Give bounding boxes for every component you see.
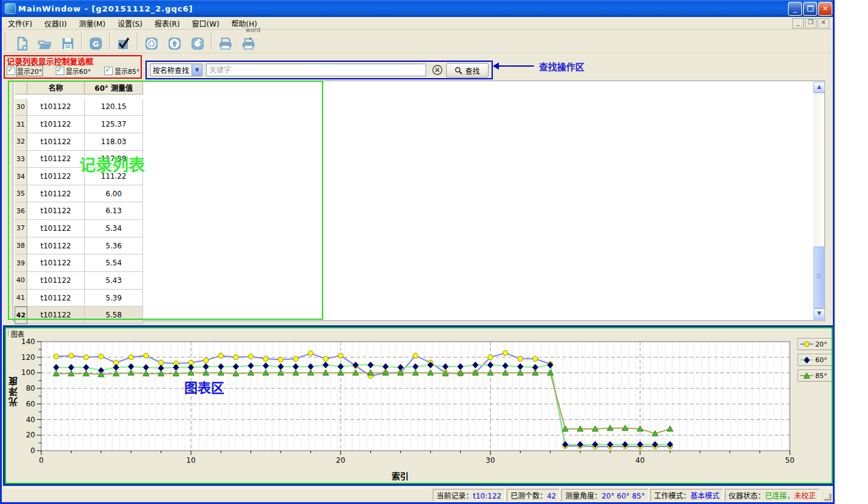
column-header-name[interactable]: 名称 xyxy=(27,81,85,94)
record-name-cell[interactable]: t101122 xyxy=(27,237,85,255)
record-value-cell[interactable]: 5.39 xyxy=(85,290,143,307)
vertical-scrollbar[interactable]: ▲ ▼ xyxy=(813,82,824,320)
verify-check-icon[interactable] xyxy=(112,31,135,51)
row-number[interactable]: 41 xyxy=(15,290,27,307)
record-value-cell[interactable]: 5.43 xyxy=(85,272,143,290)
record-value-cell[interactable]: 5.34 xyxy=(85,220,143,237)
row-number[interactable]: 32 xyxy=(15,133,27,151)
print-icon[interactable] xyxy=(214,31,237,51)
row-number[interactable]: 42 xyxy=(15,307,27,324)
find-button[interactable]: 查找 xyxy=(446,63,489,78)
row-number[interactable]: 31 xyxy=(15,116,27,133)
record-value-cell[interactable]: 5.54 xyxy=(85,254,143,272)
legend-item-60[interactable]: 60° xyxy=(798,354,833,366)
menu-item-2[interactable]: 测量(M) xyxy=(73,17,112,29)
display-checkbox-2[interactable]: 显示85° xyxy=(104,66,140,76)
maximize-button[interactable] xyxy=(803,2,817,16)
record-value-cell[interactable]: 111.22 xyxy=(85,168,143,185)
column-header-value[interactable]: 60° 测量值 xyxy=(85,81,143,94)
record-name-cell[interactable]: t101122 xyxy=(27,254,85,272)
window-title: MainWindow - [g20151112_2.gqc6] xyxy=(18,4,193,13)
chart-annotation-box: 图表 02040608010012014001020304050 光泽度 索引 … xyxy=(3,325,835,486)
checkbox-check-icon[interactable] xyxy=(104,67,113,75)
export-g-icon[interactable]: G xyxy=(84,31,107,51)
scroll-down-icon[interactable]: ▼ xyxy=(813,308,825,320)
row-number[interactable]: 33 xyxy=(15,151,27,168)
record-value-cell[interactable]: 120.15 xyxy=(85,99,143,116)
record-name-cell[interactable]: t101122 xyxy=(27,168,85,185)
close-button[interactable]: ✕ xyxy=(818,2,832,16)
mdi-minimize-button[interactable]: _ xyxy=(792,18,804,28)
record-name-cell[interactable]: t101122 xyxy=(27,151,85,168)
record-name-cell[interactable]: t101122 xyxy=(27,133,85,151)
upload-icon[interactable] xyxy=(163,31,186,51)
legend-item-85[interactable]: 85° xyxy=(798,370,833,382)
chevron-down-icon[interactable]: ▼ xyxy=(192,64,202,76)
svg-text:50: 50 xyxy=(785,456,794,465)
svg-text:10: 10 xyxy=(186,456,195,465)
display-checkbox-0[interactable]: 显示20° xyxy=(7,66,42,76)
record-name-cell[interactable]: t101122 xyxy=(27,185,85,203)
legend-label: 60° xyxy=(815,356,827,364)
status-device-state-label: 仪器状态： xyxy=(729,492,765,500)
row-number[interactable]: 38 xyxy=(15,237,27,255)
checkbox-check-icon[interactable] xyxy=(7,67,15,75)
row-number[interactable]: 36 xyxy=(15,202,27,220)
toolbar-separator xyxy=(137,32,138,50)
record-name-cell[interactable]: t101122 xyxy=(27,202,85,220)
wheel-icon[interactable] xyxy=(140,31,163,51)
legend-label: 20° xyxy=(815,340,827,348)
column-header-num[interactable] xyxy=(15,81,27,94)
minimize-button[interactable]: _ xyxy=(788,2,802,16)
clear-search-button[interactable] xyxy=(432,64,443,76)
row-number[interactable]: 34 xyxy=(15,168,27,185)
menu-item-4[interactable]: 报表(R) xyxy=(149,17,186,29)
record-name-cell[interactable]: t101122 xyxy=(27,99,85,116)
svg-text:20: 20 xyxy=(26,431,35,439)
mdi-close-button[interactable]: × xyxy=(818,18,829,28)
checkbox-check-icon[interactable] xyxy=(56,67,64,75)
menu-item-3[interactable]: 设置(S) xyxy=(112,17,149,29)
svg-text:140: 140 xyxy=(21,337,35,346)
display-checkbox-1[interactable]: 显示60° xyxy=(56,66,92,76)
status-measured-count: 已测个数：42 xyxy=(507,489,559,502)
sync-icon[interactable] xyxy=(186,31,209,51)
x-axis-title: 索引 xyxy=(6,469,794,482)
gloss-line-chart[interactable]: 02040608010012014001020304050 xyxy=(10,337,798,469)
toolbar-grip[interactable] xyxy=(4,33,8,50)
svg-text:120: 120 xyxy=(21,353,35,362)
record-table: 名称60° 测量值30t101122120.1531t101122125.373… xyxy=(15,81,143,324)
row-number[interactable]: 39 xyxy=(15,254,27,272)
row-number[interactable]: 35 xyxy=(15,185,27,203)
scrollbar-thumb[interactable] xyxy=(813,247,825,308)
mdi-restore-button[interactable]: ❐ xyxy=(805,18,816,28)
record-name-cell[interactable]: t101122 xyxy=(27,116,85,133)
menu-item-5[interactable]: 窗口(W) xyxy=(186,17,225,29)
record-name-cell[interactable]: t101122 xyxy=(27,220,85,237)
record-name-cell[interactable]: t101122 xyxy=(27,290,85,307)
menu-item-0[interactable]: 文件(F) xyxy=(2,17,38,29)
record-name-cell[interactable]: t101122 xyxy=(27,272,85,290)
scroll-up-icon[interactable]: ▲ xyxy=(813,82,825,93)
record-value-cell[interactable]: 125.37 xyxy=(85,116,143,133)
row-number[interactable]: 37 xyxy=(15,220,27,237)
print-word-icon[interactable]: word xyxy=(237,31,260,51)
record-name-cell[interactable]: t101122 xyxy=(27,307,85,324)
record-value-cell[interactable]: 117.98 xyxy=(85,151,143,168)
resize-grip[interactable] xyxy=(824,493,832,501)
legend-item-20[interactable]: 20° xyxy=(798,338,833,350)
record-value-cell[interactable]: 118.03 xyxy=(85,133,143,151)
record-value-cell[interactable]: 5.58 xyxy=(85,307,143,324)
search-mode-combobox[interactable]: 按名称查找 ▼ xyxy=(150,64,202,76)
record-value-cell[interactable]: 6.13 xyxy=(85,202,143,220)
save-icon[interactable] xyxy=(56,31,79,51)
record-value-cell[interactable]: 5.36 xyxy=(85,237,143,255)
row-number[interactable]: 40 xyxy=(15,272,27,290)
menu-item-1[interactable]: 仪器(I) xyxy=(38,17,73,29)
open-file-icon[interactable] xyxy=(33,31,56,51)
search-input[interactable] xyxy=(206,64,426,76)
row-number[interactable]: 30 xyxy=(15,99,27,116)
record-value-cell[interactable]: 6.00 xyxy=(85,185,143,203)
title-bar[interactable]: MainWindow - [g20151112_2.gqc6] _ ✕ xyxy=(0,0,835,17)
new-file-icon[interactable] xyxy=(10,31,33,51)
